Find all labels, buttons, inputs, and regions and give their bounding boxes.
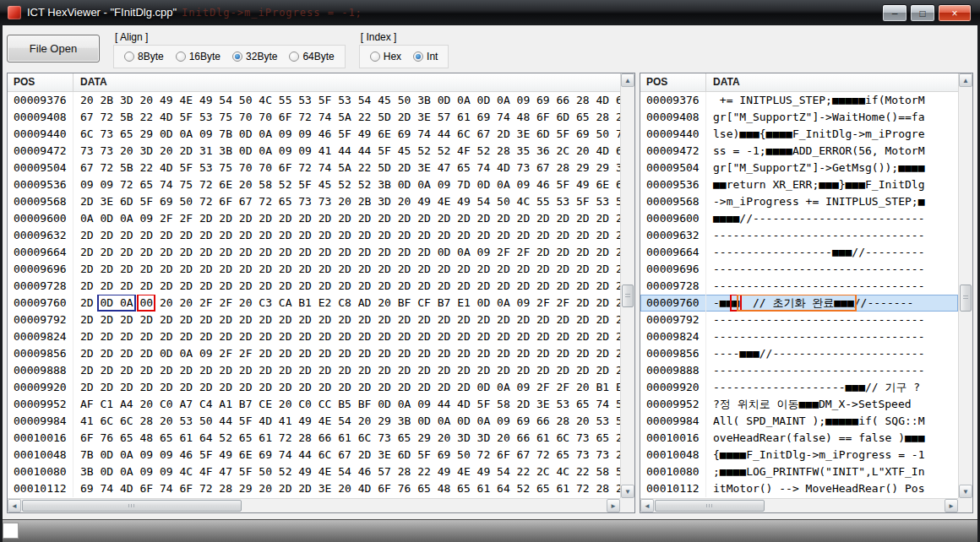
hex-row[interactable]: 0000953609 09 72 65 74 75 72 6E 20 58 52… <box>8 176 620 193</box>
hex-row[interactable]: 0000947273 73 20 3D 20 2D 31 3B 0D 0A 09… <box>8 143 620 160</box>
scroll-up-icon[interactable]: ▲ <box>621 73 634 87</box>
hex-row[interactable]: 000100166F 76 65 48 65 61 64 52 65 61 72… <box>8 430 620 447</box>
ascii-row[interactable]: 00009440lse)■■■{■■■■F_InitDlg->m_iProgre <box>640 126 958 143</box>
column-header-pos[interactable]: POS <box>640 73 706 91</box>
column-header-data[interactable]: DATA <box>706 73 972 91</box>
row-data: AF C1 A4 20 C0 A7 C4 A1 B7 CE 20 C0 CC B… <box>74 396 620 413</box>
ascii-row[interactable]: 00009728-------------------------------- <box>640 278 958 295</box>
column-header-pos[interactable]: POS <box>8 73 74 91</box>
ascii-row[interactable]: 00009632-------------------------------- <box>640 227 958 244</box>
radio-int[interactable]: Int <box>413 51 438 62</box>
row-pos: 00009408 <box>8 109 74 126</box>
ascii-row[interactable]: 00009568->m_iProgress += INITPLUS_STEP;■ <box>640 193 958 210</box>
row-pos: 00010048 <box>8 447 74 463</box>
ascii-row[interactable]: 00009408gr["M_SupportZ"]->WaitHome()==fa <box>640 109 958 126</box>
horizontal-scrollbar-thumb[interactable] <box>655 500 765 512</box>
hex-row[interactable]: 000097602D 0D 0A 00 20 20 2F 2F 20 C3 CA… <box>8 295 620 312</box>
hex-row[interactable]: 0000940867 72 5B 22 4D 5F 53 75 70 70 6F… <box>8 109 620 126</box>
vertical-scrollbar-thumb[interactable] <box>622 285 634 307</box>
scroll-right-icon[interactable]: ► <box>945 499 958 512</box>
hex-row[interactable]: 00009952AF C1 A4 20 C0 A7 C4 A1 B7 CE 20… <box>8 396 620 413</box>
scroll-right-icon[interactable]: ► <box>607 499 620 512</box>
ascii-row[interactable]: 00009472ss = -1;■■■■ADD_ERROR(56, MotorM <box>640 143 958 160</box>
horizontal-scrollbar[interactable]: ◄ ► <box>8 498 620 512</box>
radio-16byte[interactable]: 16Byte <box>176 51 220 62</box>
ascii-row[interactable]: 00010112itMotor() --> MoveHeadRear() Pos <box>640 480 958 497</box>
align-group-label: [ Align ] <box>115 31 346 43</box>
hex-row[interactable]: 000097282D 2D 2D 2D 2D 2D 2D 2D 2D 2D 2D… <box>8 278 620 295</box>
ascii-row[interactable]: 00009888-------------------------------- <box>640 362 958 379</box>
hex-row[interactable]: 000094406C 73 65 29 0D 0A 09 7B 0D 0A 09… <box>8 126 620 143</box>
hex-row[interactable]: 0000937620 2B 3D 20 49 4E 49 54 50 4C 55… <box>8 92 620 109</box>
row-pos: 00009920 <box>640 379 706 396</box>
hex-row[interactable]: 0000998441 6C 6C 28 20 53 50 44 5F 4D 41… <box>8 413 620 430</box>
ascii-row[interactable]: 00009504gr["M_SupportZ"]->GetMsg());■■■■ <box>640 160 958 176</box>
column-header-data[interactable]: DATA <box>74 73 634 91</box>
hex-row[interactable]: 0000950467 72 5B 22 4D 5F 53 75 70 70 6F… <box>8 160 620 176</box>
ascii-row[interactable]: 00009792-------------------------------- <box>640 312 958 328</box>
row-data: ■■■■//-------------------------- <box>706 210 958 227</box>
hex-row[interactable]: 000096962D 2D 2D 2D 2D 2D 2D 2D 2D 2D 2D… <box>8 261 620 278</box>
ascii-row[interactable]: 00009856----■■■//----------------------- <box>640 345 958 362</box>
row-pos: 00009568 <box>8 193 74 210</box>
hex-row[interactable]: 000097922D 2D 2D 2D 2D 2D 2D 2D 2D 2D 2D… <box>8 312 620 328</box>
scroll-down-icon[interactable]: ▼ <box>959 485 972 498</box>
panels-area: POS DATA 0000937620 2B 3D 20 49 4E 49 54… <box>5 73 975 513</box>
ascii-row[interactable]: 00010080;■■■■LOG_PRINTFW("INIT",L"XTF_In <box>640 463 958 480</box>
hex-row[interactable]: 000095682D 3E 6D 5F 69 50 72 6F 67 72 65… <box>8 193 620 210</box>
scroll-left-icon[interactable]: ◄ <box>8 499 21 512</box>
hex-row[interactable]: 000098242D 2D 2D 2D 2D 2D 2D 2D 2D 2D 2D… <box>8 328 620 345</box>
maximize-button[interactable]: □ <box>910 4 935 22</box>
close-button[interactable]: × <box>938 4 972 22</box>
ascii-row[interactable]: 00009760-■■■ // 초기화 완료■■■//------- <box>640 295 958 312</box>
hex-row[interactable]: 000096322D 2D 2D 2D 2D 2D 2D 2D 2D 2D 2D… <box>8 227 620 244</box>
align-group: [ Align ] 8Byte 16Byte 32Byte <box>113 30 346 68</box>
scroll-down-icon[interactable]: ▼ <box>621 485 634 498</box>
ascii-row[interactable]: 00010016oveHeadRear(false) == false )■■■ <box>640 430 958 447</box>
row-data: 67 72 5B 22 4D 5F 53 75 70 70 6F 72 74 5… <box>74 160 620 176</box>
scroll-up-icon[interactable]: ▲ <box>959 73 972 87</box>
ascii-row[interactable]: 00009984All( SPD_MAINT );■■■■■if( SQG::M <box>640 413 958 430</box>
scroll-left-icon[interactable]: ◄ <box>640 499 654 512</box>
ascii-row[interactable]: 00009664------------------■■■//--------- <box>640 244 958 261</box>
ascii-row[interactable]: 00009376 += INITPLUS_STEP;■■■■■if(MotorM <box>640 92 958 109</box>
hex-row[interactable]: 000098882D 2D 2D 2D 2D 2D 2D 2D 2D 2D 2D… <box>8 362 620 379</box>
ascii-row[interactable]: 00009600■■■■//-------------------------- <box>640 210 958 227</box>
ascii-row[interactable]: 00009696-------------------------------- <box>640 261 958 278</box>
radio-8byte[interactable]: 8Byte <box>124 51 164 62</box>
vertical-scrollbar[interactable]: ▲ ▼ <box>620 73 634 498</box>
radio-icon <box>176 51 186 62</box>
row-data: 2D 2D 2D 2D 2D 2D 2D 2D 2D 2D 2D 2D 2D 2… <box>74 227 620 244</box>
vertical-scrollbar[interactable]: ▲ ▼ <box>958 73 972 498</box>
radio-hex[interactable]: Hex <box>370 51 401 62</box>
ascii-row[interactable]: 00009824-------------------------------- <box>640 328 958 345</box>
row-data: 0A 0D 0A 09 2F 2F 2D 2D 2D 2D 2D 2D 2D 2… <box>74 210 620 227</box>
row-data: ss = -1;■■■■ADD_ERROR(56, MotorM <box>706 143 958 160</box>
hex-row[interactable]: 000096000A 0D 0A 09 2F 2F 2D 2D 2D 2D 2D… <box>8 210 620 227</box>
vertical-scrollbar-thumb[interactable] <box>960 285 972 312</box>
row-data: += INITPLUS_STEP;■■■■■if(MotorM <box>706 92 958 109</box>
radio-32byte[interactable]: 32Byte <box>232 51 277 62</box>
file-open-button[interactable]: File Open <box>7 35 100 62</box>
horizontal-scrollbar[interactable]: ◄ ► <box>640 498 958 512</box>
titlebar[interactable]: ICT HexViewer - "FInitDlg.cpp" InitDlg->… <box>0 0 980 25</box>
ascii-row[interactable]: 00010048{■■■■F_InitDlg->m_iProgress = -1 <box>640 447 958 463</box>
ascii-row[interactable]: 00009536■■return XR_ERR;■■■}■■■F_InitDlg <box>640 176 958 193</box>
hex-row[interactable]: 000096642D 2D 2D 2D 2D 2D 2D 2D 2D 2D 2D… <box>8 244 620 261</box>
client-area: File Open [ Align ] 8Byte 16Byte 32Byte <box>0 25 980 520</box>
scrollbar-corner <box>620 498 634 512</box>
hex-row[interactable]: 0001011269 74 4D 6F 74 6F 72 28 29 20 2D… <box>8 480 620 497</box>
radio-icon <box>370 51 380 62</box>
index-group-box: Hex Int <box>359 45 449 68</box>
hex-row[interactable]: 000100487B 0D 0A 09 09 46 5F 49 6E 69 74… <box>8 447 620 463</box>
hex-row[interactable]: 000098562D 2D 2D 2D 0D 0A 09 2F 2F 2D 2D… <box>8 345 620 362</box>
ascii-row[interactable]: 00009952?정 위치로 이동■■■DM_X->SetSpeed <box>640 396 958 413</box>
hex-row[interactable]: 000100803B 0D 0A 09 09 4C 4F 47 5F 50 52… <box>8 463 620 480</box>
hex-row[interactable]: 000099202D 2D 2D 2D 2D 2D 2D 2D 2D 2D 2D… <box>8 379 620 396</box>
radio-64byte[interactable]: 64Byte <box>289 51 334 62</box>
ascii-row[interactable]: 00009920--------------------■■■// 기구 ? <box>640 379 958 396</box>
minimize-button[interactable]: – <box>882 4 907 22</box>
row-pos: 00009792 <box>640 312 706 328</box>
row-pos: 00010112 <box>8 480 74 497</box>
horizontal-scrollbar-thumb[interactable] <box>22 500 242 512</box>
